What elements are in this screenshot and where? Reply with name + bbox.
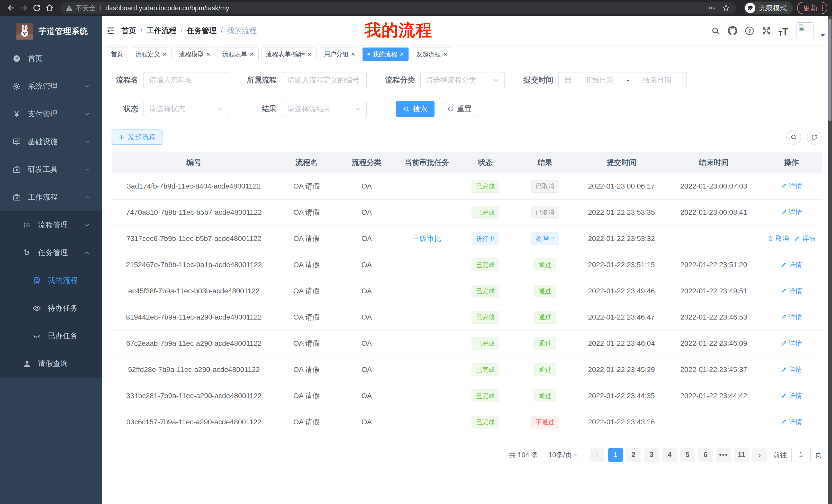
scrollbar-thumb[interactable] [828,19,831,121]
sidebar-item-my-process[interactable]: 我的流程 [0,267,102,295]
breadcrumb-item[interactable]: 任务管理 [187,26,216,36]
warning-icon[interactable] [65,4,73,12]
address-bar[interactable]: 不安全 dashboard.yudao.iocoder.cn/bpm/task/… [60,2,736,14]
tab-process-model[interactable]: 流程模型× [174,48,215,61]
help-icon[interactable]: ? [744,25,755,37]
table-body: 3ad174fb-7b9d-11ec-8404-acde48001122OA 请… [111,173,822,435]
tabs-bar: 首页流程定义×流程模型×流程表单×流程表单-编辑×用户分组×我的流程×发起流程× [102,46,832,63]
page-button-11[interactable]: 11 [734,448,749,462]
fullscreen-icon[interactable] [760,25,772,37]
sidebar-item-task-mgmt[interactable]: 任务管理 [0,239,102,267]
forward-icon[interactable] [18,2,30,15]
tab-process-form-edit[interactable]: 流程表单-编辑× [261,48,316,61]
page-button-1[interactable]: 1 [608,448,623,462]
close-icon[interactable]: × [443,51,447,58]
action-detail[interactable]: 详情 [781,260,802,269]
action-cancel[interactable]: 取消 [767,234,789,243]
window-scrollbar[interactable] [828,16,832,504]
start-process-button[interactable]: 发起流程 [111,130,162,145]
font-size-icon[interactable]: TT [778,25,789,37]
update-button[interactable]: 更新 [797,2,827,14]
action-detail[interactable]: 详情 [781,313,802,321]
update-label[interactable]: 更新 [803,3,817,13]
page-button-3[interactable]: 3 [644,448,659,462]
search-button[interactable]: 搜索 [396,101,435,117]
reset-button[interactable]: 重置 [441,101,478,117]
breadcrumb-item[interactable]: 工作流程 [147,26,176,36]
close-icon[interactable]: × [308,51,312,58]
tab-user-group[interactable]: 用户分组× [319,48,360,61]
tab-start-process[interactable]: 发起流程× [411,48,452,61]
bookmark-star-icon[interactable] [722,4,730,12]
sidebar-item-process-mgmt[interactable]: 流程管理 [0,211,102,239]
action-detail[interactable]: 详情 [781,181,802,191]
start-date-placeholder[interactable]: 开始日期 [575,75,624,85]
page-button-5[interactable]: 5 [680,448,695,462]
status-badge: 已完成 [471,258,499,271]
goto-page-input[interactable]: 1 [791,448,811,462]
current-task [396,330,457,357]
action-detail[interactable]: 详情 [794,234,815,243]
search-icon[interactable] [710,25,722,37]
sidebar-collapse-icon[interactable] [106,26,116,36]
avatar-dropdown-caret[interactable] [820,34,825,37]
process-definition-input[interactable]: 请输入流程定义的编号 [282,72,367,88]
sidebar-item-infrastructure[interactable]: 基础设施 [0,128,102,156]
page-button-6[interactable]: 6 [698,448,713,462]
result-select[interactable]: 请选择流结果 [282,101,367,117]
close-icon[interactable]: × [163,51,166,58]
page-button-2[interactable]: 2 [626,448,641,462]
security-label[interactable]: 不安全 [76,4,96,12]
status-select[interactable]: 请选择状态 [144,101,228,117]
page-size-select[interactable]: 10条/页 [544,448,583,462]
reload-icon[interactable] [30,2,43,15]
sidebar-item-todo-tasks[interactable]: 待办任务 [0,295,102,322]
trash-icon [767,235,774,242]
home-icon[interactable] [43,2,56,15]
close-icon[interactable]: × [351,51,355,58]
prev-page-button[interactable]: ‹ [590,448,605,462]
action-detail[interactable]: 详情 [781,286,802,296]
status-cell: 已完成 [457,330,514,357]
sidebar-item-workflow[interactable]: 工作流程 [0,184,102,211]
end-date-placeholder[interactable]: 结束日期 [632,75,681,85]
action-detail[interactable]: 详情 [781,339,802,348]
action-detail[interactable]: 详情 [781,391,802,400]
url-text[interactable]: dashboard.yudao.iocoder.cn/bpm/task/my [105,4,708,12]
key-icon[interactable] [708,4,716,12]
tab-process-form[interactable]: 流程表单× [217,48,258,61]
tab-home[interactable]: 首页 [106,48,128,61]
refresh-table-button[interactable] [807,130,822,145]
close-icon[interactable]: × [206,51,210,58]
process-category: OA [337,383,396,409]
process-name: OA 请假 [276,383,337,409]
action-detail[interactable]: 详情 [781,417,802,426]
sidebar-item-label: 待办任务 [48,303,78,313]
back-icon[interactable] [5,2,18,15]
more-pages-button[interactable]: ••• [716,448,731,462]
close-icon[interactable]: × [250,51,254,58]
breadcrumb-item[interactable]: 首页 [121,26,136,36]
show-search-toggle-button[interactable] [786,130,801,145]
sidebar-item-dev-tools[interactable]: 研发工具 [0,156,102,184]
github-icon[interactable] [727,25,738,37]
next-page-button[interactable]: › [752,448,767,462]
current-task-link[interactable]: 一级审批 [412,234,441,243]
avatar[interactable] [797,22,813,39]
sidebar-item-payment[interactable]: 支付管理 [0,100,102,128]
page-button-4[interactable]: 4 [662,448,677,462]
action-detail[interactable]: 详情 [781,365,802,374]
process-name-input[interactable]: 请输入流程名 [144,72,228,88]
menu-dots-icon[interactable] [822,4,823,12]
sidebar-item-system[interactable]: 系统管理 [0,73,102,100]
close-icon[interactable]: × [400,51,404,58]
submit-time-range-picker[interactable]: 开始日期 - 结束日期 [558,72,687,88]
app-logo[interactable]: 芋道管理系统 [0,16,102,45]
sidebar-item-done-tasks[interactable]: 已办任务 [0,322,102,350]
sidebar-item-home[interactable]: 首页 [0,45,102,73]
tab-process-definition[interactable]: 流程定义× [131,48,172,61]
process-category-select[interactable]: 请选择流程分类 [420,72,505,88]
tab-my-process[interactable]: 我的流程× [363,48,409,61]
action-detail[interactable]: 详情 [781,208,802,217]
sidebar-item-leave-query[interactable]: 请假查询 [0,350,102,377]
